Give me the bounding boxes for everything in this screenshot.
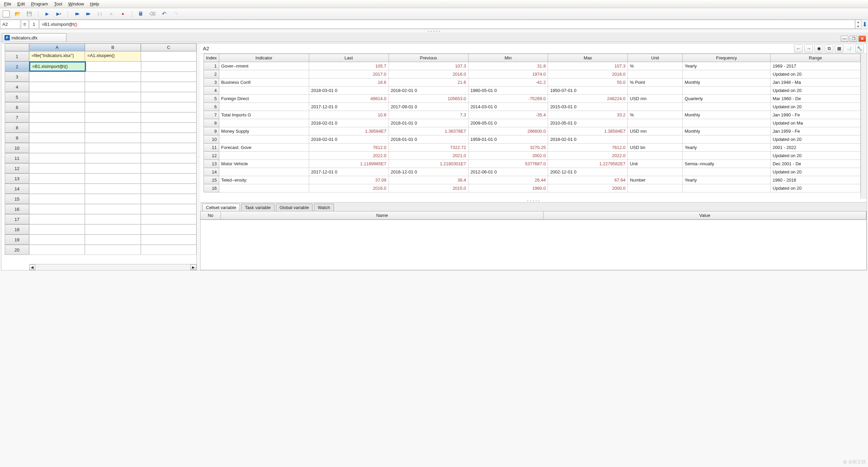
result-row-index[interactable]: 10 <box>204 135 219 144</box>
var-col-no[interactable]: No <box>201 211 221 219</box>
vertical-grip-split[interactable]: ⋮ <box>197 43 200 270</box>
result-cell[interactable]: 2017.0 <box>309 70 389 78</box>
result-cell[interactable]: Quarterly <box>682 95 770 103</box>
result-row-index[interactable]: 8 <box>204 119 219 127</box>
code-cell[interactable] <box>141 143 196 153</box>
grid-view-icon[interactable]: ▦ <box>835 44 844 53</box>
calculate-icon[interactable] <box>137 11 144 17</box>
result-cell[interactable]: 7322.72 <box>389 144 468 152</box>
result-cell[interactable]: 26.44 <box>468 176 548 184</box>
row-header[interactable]: 17 <box>5 214 29 224</box>
result-cell[interactable]: Monthly <box>682 127 770 135</box>
code-cell[interactable] <box>141 133 196 143</box>
result-cell[interactable]: 21.6 <box>389 78 468 87</box>
result-cell[interactable]: 67.64 <box>548 176 628 184</box>
result-cell[interactable]: % Point <box>628 78 683 87</box>
locate-icon[interactable]: ◉ <box>814 44 823 53</box>
code-cell[interactable] <box>141 61 196 72</box>
result-cell[interactable] <box>628 152 683 160</box>
row-header[interactable]: 11 <box>5 153 29 163</box>
result-cell[interactable]: Unit <box>628 160 683 168</box>
result-cell[interactable]: 105653.0 <box>389 95 468 103</box>
code-cell[interactable] <box>141 204 196 214</box>
result-cell[interactable]: 2018-03-01 0 <box>309 87 389 95</box>
nav-forward-icon[interactable]: → <box>804 44 813 53</box>
code-cell[interactable] <box>85 82 140 92</box>
code-cell[interactable] <box>29 92 85 102</box>
code-grid-hscrollbar[interactable]: ◀ ▶ <box>29 264 196 270</box>
result-cell[interactable] <box>628 119 683 127</box>
result-cell[interactable]: 31.8 <box>468 62 548 70</box>
result-cell[interactable]: Updated on Ma <box>771 119 861 127</box>
row-header[interactable]: 20 <box>5 245 29 255</box>
code-cell[interactable]: =file("Indicators.xlsx") <box>29 51 85 61</box>
col-header-a[interactable]: A <box>29 43 85 51</box>
result-cell[interactable]: Jan 1959 - Fe <box>771 127 861 135</box>
code-cell[interactable] <box>85 123 140 133</box>
result-cell[interactable]: 1959-01-01 0 <box>468 135 548 144</box>
vertical-grip-left[interactable]: ⋮ <box>1 43 5 270</box>
code-cell[interactable] <box>141 235 196 245</box>
result-cell[interactable]: 49814.0 <box>309 95 389 103</box>
cell-reference-box[interactable]: A2 <box>0 20 20 29</box>
result-row-index[interactable]: 9 <box>204 127 219 135</box>
row-header[interactable]: 19 <box>5 235 29 245</box>
vertical-grip-result[interactable]: ⋮ <box>200 54 204 199</box>
tab-cellset-variable[interactable]: Cellset variable <box>202 204 240 211</box>
result-cell[interactable]: 107.3 <box>389 62 468 70</box>
result-cell[interactable]: 18.6 <box>309 78 389 87</box>
spinner-up-icon[interactable]: ▲ <box>855 20 861 24</box>
result-row-index[interactable]: 6 <box>204 103 219 111</box>
result-cell[interactable]: 2017-09-01 0 <box>389 103 468 111</box>
undo-icon[interactable] <box>161 11 167 17</box>
pause-icon[interactable] <box>96 11 103 17</box>
horizontal-grip-result[interactable]: ● ● ● ● ● <box>200 199 867 202</box>
var-col-value[interactable]: Value <box>544 211 866 219</box>
code-cell[interactable] <box>141 194 196 204</box>
tab-global-variable[interactable]: Global variable <box>276 204 313 211</box>
row-header[interactable]: 7 <box>5 112 29 123</box>
code-cell[interactable] <box>85 133 140 143</box>
result-cell[interactable]: USD mn <box>628 127 683 135</box>
code-cell[interactable] <box>141 224 196 235</box>
code-cell[interactable] <box>29 143 85 153</box>
result-cell[interactable] <box>682 184 770 192</box>
row-header[interactable]: 1 <box>5 51 29 61</box>
code-cell[interactable] <box>85 72 140 82</box>
result-cell[interactable]: 10.8 <box>309 111 389 119</box>
result-cell[interactable]: Forecast: Gove <box>219 144 309 152</box>
result-cell[interactable]: 2012-06-01 0 <box>468 168 548 176</box>
result-cell[interactable]: Updated on 20 <box>771 135 861 144</box>
code-cell[interactable] <box>29 194 85 204</box>
result-cell[interactable]: 1950-07-01 0 <box>548 87 628 95</box>
row-header[interactable]: 8 <box>5 123 29 133</box>
col-header-b[interactable]: B <box>85 43 140 51</box>
result-cell[interactable]: 2021.0 <box>389 152 468 160</box>
result-cell[interactable]: 2016.0 <box>548 70 628 78</box>
code-cell[interactable] <box>29 82 85 92</box>
result-row-index[interactable]: 2 <box>204 70 219 78</box>
code-cell[interactable] <box>141 51 196 61</box>
row-header[interactable]: 12 <box>5 163 29 173</box>
code-cell[interactable] <box>29 133 85 143</box>
col-header-c[interactable]: C <box>141 43 196 51</box>
code-cell[interactable] <box>141 153 196 163</box>
result-cell[interactable]: 2018-02-01 0 <box>389 87 468 95</box>
result-cell[interactable]: Total Imports G <box>219 111 309 119</box>
result-cell[interactable]: 2001 - 2022 <box>771 144 861 152</box>
var-col-name[interactable]: Name <box>221 211 544 219</box>
result-cell[interactable]: Jan 1990 - Fe <box>771 111 861 119</box>
menu-program[interactable]: Program <box>29 1 50 7</box>
menu-tool[interactable]: Tool <box>52 1 64 7</box>
result-row-index[interactable]: 3 <box>204 78 219 87</box>
code-cell[interactable] <box>141 82 196 92</box>
code-cell[interactable] <box>85 194 140 204</box>
result-cell[interactable]: 2017-12-01 0 <box>309 103 389 111</box>
result-cell[interactable]: 5377687.0 <box>468 160 548 168</box>
menu-file[interactable]: File <box>2 1 13 7</box>
result-cell[interactable]: 1.2180301E7 <box>389 160 468 168</box>
result-cell[interactable]: Teled--ensity: <box>219 176 309 184</box>
result-cell[interactable]: 2016.0 <box>309 184 389 192</box>
code-cell[interactable] <box>29 224 85 235</box>
result-col-header[interactable]: Frequency <box>682 54 770 62</box>
